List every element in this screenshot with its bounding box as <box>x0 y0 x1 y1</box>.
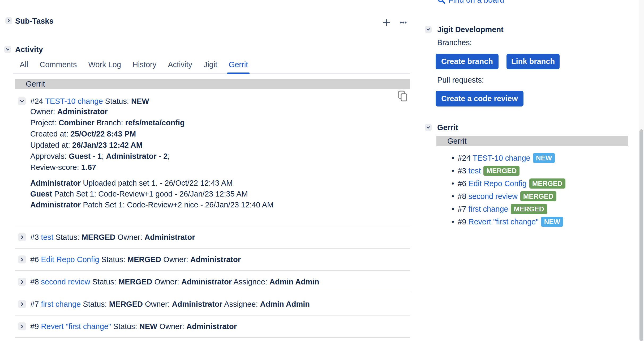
sidebar-item-text: #9 Revert "first change" <box>458 218 538 226</box>
chevron-right-icon <box>7 19 11 23</box>
scrollbar-thumb[interactable] <box>639 129 643 341</box>
sidebar-gerrit-item: •#3 testMERGED <box>436 164 565 177</box>
value-text: refs/meta/config <box>125 118 185 127</box>
gerrit-change-link[interactable]: Edit Repo Config <box>468 179 526 188</box>
label-text: Uploaded patch set 1. - 26/Oct/22 12:43 … <box>81 179 233 187</box>
subtasks-more-button[interactable] <box>398 17 409 28</box>
tab-history[interactable]: History <box>132 60 156 73</box>
create-branch-button[interactable]: Create branch <box>436 54 499 69</box>
label-text: Status: <box>103 97 131 105</box>
gerrit-change-link[interactable]: first change <box>468 205 508 213</box>
expand-change-toggle[interactable] <box>18 233 26 241</box>
label-text: ; <box>168 152 170 160</box>
status-badge: MERGED <box>529 178 565 189</box>
chevron-down-icon <box>20 99 24 104</box>
label-text: #8 <box>458 192 468 201</box>
gerrit-change-link[interactable]: TEST-10 change <box>473 154 530 162</box>
value-text: MERGED <box>118 278 152 286</box>
change-detail-line: Review-score: 1.67 <box>30 162 185 173</box>
gerrit-change-link[interactable]: Edit Repo Config <box>41 255 99 264</box>
value-text: MERGED <box>81 233 115 241</box>
label-text: Patch Set 1: Code-Review+2 nice - 26/Jan… <box>81 201 273 209</box>
gerrit-change-link[interactable]: Revert "first change" <box>468 218 538 226</box>
add-subtask-button[interactable] <box>381 17 392 28</box>
tab-comments[interactable]: Comments <box>40 60 77 73</box>
jigit-section-toggle[interactable] <box>425 26 432 33</box>
tab-gerrit[interactable]: Gerrit <box>229 60 248 73</box>
gerrit-change-link[interactable]: second review <box>41 278 90 286</box>
label-text: #7 <box>458 205 468 213</box>
label-text: #24 <box>30 97 45 105</box>
gerrit-row: #8 second review Status: MERGED Owner: A… <box>15 271 410 293</box>
sidebar-gerrit-panel-header-label: Gerrit <box>447 137 467 146</box>
label-text: Assignee: <box>222 300 260 308</box>
label-text: #6 <box>30 255 41 264</box>
tab-all[interactable]: All <box>20 60 28 73</box>
label-text: Status: <box>81 300 109 308</box>
sidebar-gerrit-change-list: •#24 TEST-10 changeNEW•#3 testMERGED•#6 … <box>436 152 565 228</box>
chevron-right-icon <box>20 302 24 306</box>
label-text: Branch: <box>95 118 125 127</box>
label-text: #3 <box>458 167 468 175</box>
status-badge: NEW <box>541 217 563 227</box>
label-text: Owner: <box>30 107 57 116</box>
subtasks-expand-toggle[interactable] <box>5 17 12 24</box>
value-text: Combiner <box>58 118 94 127</box>
expand-change-toggle[interactable] <box>18 300 26 308</box>
value-text: Administrator <box>190 255 241 264</box>
label-text: #6 <box>458 179 468 188</box>
find-on-board-label: Find on a board <box>448 0 504 5</box>
plus-icon <box>382 18 391 27</box>
tab-work-log[interactable]: Work Log <box>88 60 121 73</box>
bullet-icon: • <box>452 192 454 201</box>
gerrit-change-link[interactable]: test <box>41 233 53 241</box>
subtasks-title: Sub-Tasks <box>15 16 54 25</box>
expand-change-toggle[interactable] <box>18 278 26 286</box>
find-on-board-link[interactable]: Find on a board <box>437 0 504 5</box>
change-24-comments: Administrator Uploaded patch set 1. - 26… <box>30 178 273 210</box>
status-badge: MERGED <box>511 204 547 214</box>
gerrit-change-link[interactable]: second review <box>468 192 517 201</box>
gerrit-row-summary: #9 Revert "first change" Status: NEW Own… <box>30 322 237 331</box>
sidebar-item-text: #8 second review <box>458 192 518 201</box>
gerrit-change-link[interactable]: test <box>468 167 481 175</box>
change-24-details: Owner: AdministratorProject: Combiner Br… <box>30 106 185 173</box>
chevron-right-icon <box>20 235 24 240</box>
gerrit-change-link[interactable]: Revert "first change" <box>41 322 111 331</box>
bullet-icon: • <box>452 218 454 226</box>
value-text: Administrator <box>30 201 81 209</box>
sidebar-gerrit-item: •#24 TEST-10 changeNEW <box>436 152 565 164</box>
gerrit-row: #7 first change Status: MERGED Owner: Ad… <box>15 293 410 316</box>
create-code-review-button[interactable]: Create a code review <box>436 91 523 106</box>
activity-collapse-toggle[interactable] <box>4 46 11 53</box>
gerrit-section-toggle[interactable] <box>425 124 432 131</box>
gerrit-change-link[interactable]: first change <box>41 300 81 308</box>
label-text: Owner: <box>152 278 181 286</box>
change-comment-line: Administrator Patch Set 1: Code-Review+2… <box>30 199 273 210</box>
link-branch-button[interactable]: Link branch <box>506 54 560 69</box>
sidebar-gerrit-item: •#6 Edit Repo ConfigMERGED <box>436 177 565 190</box>
label-text: Review-score: <box>30 163 81 172</box>
tab-jigit[interactable]: Jigit <box>204 60 217 73</box>
label-text: Status: <box>90 278 118 286</box>
sidebar-item-text: #6 Edit Repo Config <box>458 179 527 188</box>
expand-change-toggle[interactable] <box>18 322 26 330</box>
change-24-collapse-toggle[interactable] <box>18 97 26 105</box>
gerrit-change-list: #3 test Status: MERGED Owner: Administra… <box>15 226 410 338</box>
label-text: Status: <box>53 233 81 241</box>
gerrit-panel-header-label: Gerrit <box>26 80 45 88</box>
value-text: NEW <box>131 97 149 105</box>
tab-activity[interactable]: Activity <box>168 60 192 73</box>
expand-change-toggle[interactable] <box>18 255 26 263</box>
change-comment-line: Guest Patch Set 1: Code-Review+1 good - … <box>30 189 273 199</box>
copy-button[interactable] <box>398 90 408 102</box>
label-text: Owner: <box>115 233 145 241</box>
label-text: #7 <box>30 300 41 308</box>
chevron-right-icon <box>20 257 24 262</box>
label-text: ; <box>102 152 106 160</box>
gerrit-change-link[interactable]: TEST-10 change <box>45 97 103 105</box>
sidebar-gerrit-panel-header: Gerrit <box>436 136 628 146</box>
gerrit-section-title: Gerrit <box>437 123 458 132</box>
status-badge: NEW <box>533 153 555 163</box>
gerrit-row-summary: #3 test Status: MERGED Owner: Administra… <box>30 233 195 242</box>
